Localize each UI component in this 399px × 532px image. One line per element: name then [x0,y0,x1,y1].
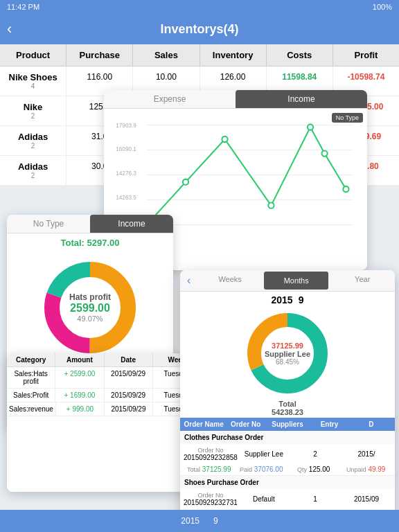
donut-pct: 49.07% [69,314,111,323]
supplier-tab-weeks[interactable]: Weeks [197,270,263,291]
income-total-label: Total: [60,238,84,248]
supplier-donut-pct: 68.45% [265,358,310,366]
col-sales: Sales [133,44,200,66]
supplier-donut-area: 37125.99 Supplier Lee 68.45% [180,308,395,398]
order-sub-row: Order No20150929232731 Default 1 2015/09 [180,489,395,508]
svg-text:16090.1: 16090.1 [116,146,136,152]
chart-tab-income[interactable]: Income [236,90,367,108]
bottom-bar: 2015 9 [0,510,399,532]
order-paid: Paid 37076.00 [236,465,288,474]
supplier-total-label: Total [278,400,296,408]
supplier-year-row: 2015 9 [180,292,395,308]
mini-table-card: Category Amount Date Week Sales:Hats pro… [7,353,201,492]
order-table-header: Order Name Order No Suppliers Entry D [180,418,395,431]
supplier-total-value: 54238.23 [272,408,303,416]
mini-date: 2015/09/29 [105,389,153,402]
col-costs: Costs [267,44,333,66]
order-totals-row: Total 37125.99 Paid 37076.00 Qty 125.00 … [180,463,395,475]
mini-category: Sales:Hats profit [7,367,55,388]
svg-point-15 [321,150,327,156]
supplier-donut-name: Supplier Lee [265,350,310,358]
status-bar: 11:42 PM 100% [0,0,399,14]
svg-point-14 [308,124,313,130]
order-col-supplier: Suppliers [267,420,308,428]
mini-amount: + 999.00 [56,402,105,416]
col-product: Product [0,44,66,66]
order-col-entry: Entry [308,420,350,428]
status-time: 11:42 PM [7,3,39,11]
supplier-total-row: Total 54238.23 [180,398,395,418]
mini-th-category: Category [7,353,55,366]
chart-no-type-label: No Type [332,113,363,123]
order-date: 2015/09 [341,495,392,504]
mini-th-amount: Amount [55,353,104,366]
svg-point-11 [183,179,188,185]
mini-table-row: Sales:Hats profit + 2599.00 2015/09/29 T… [7,367,201,389]
order-title: Shoes Purchase Order [180,476,395,489]
status-battery: 100% [373,3,392,11]
income-tab-income[interactable]: Income [90,215,173,233]
order-no: Order No20150929232731 [183,490,238,507]
order-qty: Qty 125.00 [287,465,340,474]
order-supplier: Supplier Lee [238,450,290,459]
supplier-card: ‹ Weeks Months Year 2015 9 37125.99 Supp… [180,270,395,532]
svg-text:14276.3: 14276.3 [116,170,136,177]
order-row-group[interactable]: Clothes Purchase Order Order No201509292… [180,431,395,476]
table-header: Product Purchase Sales Inventory Costs P… [0,44,399,66]
supplier-donut-top-value: 37125.99 [265,342,310,350]
col-purchase: Purchase [66,44,133,66]
donut-center: Hats profit 2599.00 49.07% [69,292,111,323]
mini-category: Sales:revenue [7,402,56,416]
order-no: Order No20150929232858 [183,445,238,462]
svg-point-13 [268,203,274,209]
svg-text:14263.5: 14263.5 [116,195,136,201]
supplier-tab-months[interactable]: Months [264,272,329,290]
supplier-back-button[interactable]: ‹ [180,270,197,291]
overlay-container: Expense Income No Type 17903.9 16090.1 1… [0,90,399,532]
mini-amount: + 1699.00 [55,389,104,402]
svg-text:17903.9: 17903.9 [116,123,136,129]
order-entry: 1 [290,495,341,504]
order-date: 2015/ [341,450,392,459]
mini-amount: + 2599.00 [55,367,104,388]
bottom-month: 9 [213,516,218,526]
back-button[interactable]: ‹ [7,20,12,38]
mini-table-rows: Sales:Hats profit + 2599.00 2015/09/29 T… [7,367,201,416]
income-tab-bar: No Type Income [7,215,173,233]
donut-label: Hats profit [69,292,111,302]
income-tab-notype[interactable]: No Type [7,215,90,233]
mini-category: Sales:Profit [7,389,55,402]
donut-area: Hats profit 2599.00 49.07% [7,252,173,363]
svg-point-12 [222,136,227,142]
order-unpaid: Unpaid 49.99 [340,465,393,474]
supplier-month: 9 [299,294,304,305]
order-col-d: D [351,420,392,428]
donut-value: 2599.00 [69,302,111,314]
supplier-tab-year[interactable]: Year [330,270,395,291]
nav-title: Inventorys(4) [160,22,238,37]
order-col-name: Order Name [183,420,224,428]
mini-table-row: Sales:Profit + 1699.00 2015/09/29 Tuesda… [7,389,201,402]
col-profit: Profit [333,44,399,66]
order-total: Total 37125.99 [183,465,236,474]
order-entry: 2 [290,450,341,459]
order-title: Clothes Purchase Order [180,431,395,444]
order-sub-row: Order No20150929232858 Supplier Lee 2 20… [180,444,395,463]
chart-tab-bar: Expense Income [104,90,367,109]
supplier-tabs: Weeks Months Year [197,270,395,291]
order-supplier: Default [238,495,290,504]
svg-point-16 [343,186,348,192]
mini-th-date: Date [105,353,153,366]
supplier-header: ‹ Weeks Months Year [180,270,395,292]
income-total: Total: 5297.00 [7,233,173,252]
supplier-donut-center: 37125.99 Supplier Lee 68.45% [265,342,310,366]
income-total-value: 5297.00 [87,238,120,248]
mini-table-row: Sales:revenue + 999.00 2015/09/29 Tuesda… [7,402,201,416]
order-col-no: Order No [224,420,266,428]
supplier-year: 2015 [272,294,293,305]
mini-date: 2015/09/29 [105,367,153,388]
nav-bar: ‹ Inventorys(4) [0,14,399,44]
col-inventory: Inventory [200,44,267,66]
bottom-year: 2015 [181,516,200,526]
chart-tab-expense[interactable]: Expense [104,90,236,108]
